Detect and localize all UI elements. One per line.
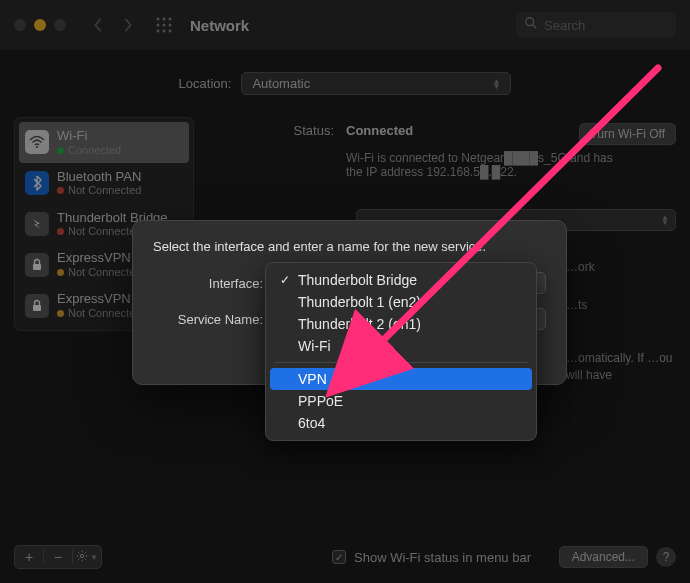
bt-icon xyxy=(25,171,49,195)
add-service-button[interactable]: + xyxy=(19,548,39,566)
search-input[interactable] xyxy=(544,18,668,33)
svg-rect-13 xyxy=(33,305,41,311)
sidebar-item-status: Not Connected xyxy=(57,266,141,279)
location-label: Location: xyxy=(179,76,232,91)
back-button[interactable] xyxy=(86,13,110,37)
advanced-button[interactable]: Advanced... xyxy=(559,546,648,568)
svg-point-9 xyxy=(526,18,534,26)
updown-icon: ▲▼ xyxy=(661,215,669,225)
svg-point-4 xyxy=(163,24,166,27)
menu-item-label: Wi-Fi xyxy=(298,338,331,354)
status-dot xyxy=(57,228,64,235)
svg-point-7 xyxy=(163,30,166,33)
menu-item-label: VPN xyxy=(298,371,327,387)
sidebar-controls: + − ▼ xyxy=(14,545,102,569)
search-field-wrap[interactable] xyxy=(516,12,676,38)
search-icon xyxy=(524,16,538,34)
sidebar-item-name: ExpressVPN xyxy=(57,250,141,266)
menu-item-label: Thunderbolt 2 (en1) xyxy=(298,316,421,332)
window-title: Network xyxy=(190,17,249,34)
service-actions-menu[interactable]: ▼ xyxy=(77,548,97,566)
sidebar-item-name: Wi-Fi xyxy=(57,128,121,144)
sheet-title: Select the interface and enter a name fo… xyxy=(153,239,546,254)
menu-item-6to4[interactable]: 6to4 xyxy=(266,412,536,434)
turn-wifi-off-button[interactable]: Turn Wi-Fi Off xyxy=(579,123,676,145)
menu-item-label: Thunderbolt 1 (en2) xyxy=(298,294,421,310)
sidebar-item-wi-fi[interactable]: Wi-FiConnected xyxy=(19,122,189,163)
wifi-icon xyxy=(25,130,49,154)
svg-line-19 xyxy=(78,552,79,553)
menu-item-label: 6to4 xyxy=(298,415,325,431)
footer: + − ▼ ✓ Show Wi-Fi status in menu bar Ad… xyxy=(14,545,676,569)
chevron-down-icon: ▼ xyxy=(90,553,98,562)
menu-item-label: Thunderbolt Bridge xyxy=(298,272,417,288)
status-dot xyxy=(57,147,64,154)
toolbar: Network xyxy=(0,0,690,50)
svg-point-8 xyxy=(169,30,172,33)
svg-rect-12 xyxy=(33,264,41,270)
obscured-text: …ts xyxy=(566,298,676,312)
nav-arrows xyxy=(86,13,140,37)
location-value: Automatic xyxy=(252,76,310,91)
zoom-light[interactable] xyxy=(54,19,66,31)
menu-item-thunderbolt-1-en2-[interactable]: Thunderbolt 1 (en2) xyxy=(266,291,536,313)
traffic-lights xyxy=(14,19,66,31)
sidebar-item-text: ExpressVPNNot Connected xyxy=(57,250,141,279)
remove-service-button[interactable]: − xyxy=(48,548,68,566)
menu-item-pppoe[interactable]: PPPoE xyxy=(266,390,536,412)
sidebar-item-status: Not Connected xyxy=(57,307,141,320)
sidebar-item-status: Not Connected xyxy=(57,184,141,197)
status-value: Connected xyxy=(346,123,413,138)
status-dot xyxy=(57,187,64,194)
status-dot xyxy=(57,269,64,276)
svg-point-1 xyxy=(163,18,166,21)
svg-line-20 xyxy=(85,559,86,560)
menu-item-wi-fi[interactable]: Wi-Fi xyxy=(266,335,536,357)
status-label: Status: xyxy=(214,123,334,138)
lock-icon xyxy=(25,294,49,318)
menu-item-thunderbolt-2-en1-[interactable]: Thunderbolt 2 (en1) xyxy=(266,313,536,335)
svg-point-6 xyxy=(157,30,160,33)
status-description: Wi-Fi is connected to Netgear████s_5G an… xyxy=(346,151,616,179)
minimize-light[interactable] xyxy=(34,19,46,31)
svg-point-14 xyxy=(80,554,83,557)
close-light[interactable] xyxy=(14,19,26,31)
gear-icon xyxy=(76,549,88,565)
location-select[interactable]: Automatic ▲▼ xyxy=(241,72,511,95)
sidebar-item-text: Bluetooth PANNot Connected xyxy=(57,169,141,198)
forward-button[interactable] xyxy=(116,13,140,37)
menu-item-vpn[interactable]: VPN xyxy=(270,368,532,390)
obscured-text: …omatically. If …ou will have xyxy=(566,350,676,384)
sidebar-item-name: Bluetooth PAN xyxy=(57,169,141,185)
show-all-button[interactable] xyxy=(152,13,176,37)
interface-label: Interface: xyxy=(153,276,263,291)
svg-point-2 xyxy=(169,18,172,21)
tb-icon xyxy=(25,212,49,236)
location-row: Location: Automatic ▲▼ xyxy=(0,50,690,117)
svg-point-5 xyxy=(169,24,172,27)
obscured-text: …ork xyxy=(566,260,676,274)
sidebar-item-text: ExpressVPNNot Connected xyxy=(57,291,141,320)
menu-item-thunderbolt-bridge[interactable]: ✓Thunderbolt Bridge xyxy=(266,269,536,291)
sidebar-item-text: Wi-FiConnected xyxy=(57,128,121,157)
show-wifi-status-checkbox[interactable]: ✓ xyxy=(332,550,346,564)
menu-item-label: PPPoE xyxy=(298,393,343,409)
menu-separator xyxy=(274,362,528,363)
status-dot xyxy=(57,310,64,317)
svg-point-11 xyxy=(36,146,38,148)
divider xyxy=(43,550,44,564)
interface-menu: ✓Thunderbolt BridgeThunderbolt 1 (en2)Th… xyxy=(265,262,537,441)
help-button[interactable]: ? xyxy=(656,547,676,567)
check-icon: ✓ xyxy=(278,273,292,287)
svg-line-21 xyxy=(78,559,79,560)
svg-line-22 xyxy=(85,552,86,553)
sidebar-item-name: ExpressVPN xyxy=(57,291,141,307)
sidebar-item-bluetooth-pan[interactable]: Bluetooth PANNot Connected xyxy=(19,163,189,204)
sidebar-item-status: Connected xyxy=(57,144,121,157)
service-name-label: Service Name: xyxy=(153,312,263,327)
lock-icon xyxy=(25,253,49,277)
svg-point-0 xyxy=(157,18,160,21)
show-wifi-status-label: Show Wi-Fi status in menu bar xyxy=(354,550,531,565)
divider xyxy=(72,550,73,564)
svg-line-10 xyxy=(533,25,537,29)
